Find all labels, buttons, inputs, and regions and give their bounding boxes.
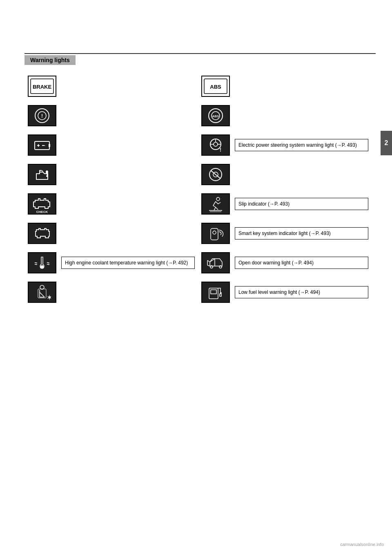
list-item bbox=[24, 160, 198, 189]
svg-text:✶: ✶ bbox=[47, 294, 51, 300]
engine2-icon-box bbox=[28, 223, 56, 244]
svg-rect-42 bbox=[211, 290, 216, 294]
eps-callout: Electric power steering system warning l… bbox=[235, 139, 368, 152]
check-engine-icon-box: CHECK bbox=[28, 193, 56, 215]
svg-point-23 bbox=[46, 170, 48, 174]
section-title: Warning lights bbox=[30, 57, 70, 63]
list-item: ! bbox=[24, 101, 198, 130]
open-door-icon bbox=[207, 255, 225, 271]
section-header: Warning lights bbox=[24, 55, 76, 65]
svg-text:BRAKE: BRAKE bbox=[33, 84, 52, 90]
warning-lights-grid: BRAKE ABS ! ABS bbox=[24, 72, 372, 307]
smart-key-icon bbox=[207, 225, 225, 242]
list-item: High engine coolant temperature warning … bbox=[24, 248, 198, 278]
engine2-icon bbox=[33, 225, 51, 242]
svg-text:−: − bbox=[43, 143, 46, 148]
eps-icon: ! bbox=[207, 137, 225, 153]
list-item: BRAKE bbox=[24, 72, 198, 101]
coolant-callout-text: High engine coolant temperature warning … bbox=[65, 260, 188, 266]
list-item: Smart key system indicator light (→P. 49… bbox=[198, 219, 372, 248]
page-number: 2 bbox=[385, 139, 388, 147]
abs-circle-icon: ABS bbox=[207, 107, 225, 124]
svg-point-25 bbox=[46, 175, 48, 177]
svg-rect-11 bbox=[49, 144, 50, 147]
svg-rect-39 bbox=[38, 289, 46, 298]
opendoor-icon-box bbox=[201, 252, 230, 273]
coolant-icon bbox=[33, 255, 51, 271]
eps-callout-text: Electric power steering system warning l… bbox=[238, 142, 357, 148]
fuel-callout: Low fuel level warning light (→P. 494) bbox=[235, 286, 368, 299]
abs-circle-icon-box: ABS bbox=[201, 105, 230, 126]
coolant-callout: High engine coolant temperature warning … bbox=[61, 257, 195, 269]
list-item: Slip indicator (→P. 493) bbox=[198, 189, 372, 219]
svg-point-18 bbox=[214, 142, 218, 146]
list-item bbox=[24, 219, 198, 248]
opendoor-callout-text: Open door warning light (→P. 494) bbox=[238, 260, 314, 266]
oil-icon-box bbox=[28, 164, 56, 185]
brake-fluid-icon: ! bbox=[33, 107, 51, 124]
fuel-icon-box bbox=[201, 282, 230, 303]
svg-point-34 bbox=[213, 231, 216, 234]
brake-icon-box: BRAKE bbox=[28, 76, 56, 97]
slip-icon-box bbox=[201, 193, 230, 215]
slip-callout: Slip indicator (→P. 493) bbox=[235, 198, 368, 210]
top-line bbox=[24, 53, 376, 54]
smartkey-callout: Smart key system indicator light (→P. 49… bbox=[235, 227, 368, 240]
list-item bbox=[198, 160, 372, 189]
seatbelt-icon-box: ✶ bbox=[28, 282, 56, 303]
svg-text:!: ! bbox=[41, 113, 43, 119]
svg-point-35 bbox=[40, 265, 44, 269]
oil-icon bbox=[33, 166, 51, 183]
list-item: ABS bbox=[198, 101, 372, 130]
list-item: Open door warning light (→P. 494) bbox=[198, 248, 372, 278]
check-engine-icon: CHECK bbox=[29, 194, 55, 214]
coolant-icon-box bbox=[28, 252, 56, 273]
list-item: ABS bbox=[198, 72, 372, 101]
svg-text:+: + bbox=[37, 143, 40, 148]
svg-text:!: ! bbox=[220, 147, 221, 153]
svg-point-30 bbox=[216, 197, 220, 201]
fuel-callout-text: Low fuel level warning light (→P. 494) bbox=[238, 289, 320, 295]
watermark: carmanualsonline.info bbox=[340, 542, 384, 547]
list-item: Low fuel level warning light (→P. 494) bbox=[198, 278, 372, 307]
list-item: ! Electric power steering system warning… bbox=[198, 130, 372, 160]
battery-icon-box: + − bbox=[28, 134, 56, 156]
smartkey-icon-box bbox=[201, 223, 230, 244]
svg-text:ABS: ABS bbox=[210, 84, 221, 90]
battery-icon: + − bbox=[33, 137, 51, 153]
list-item: ✶ bbox=[24, 278, 198, 307]
tpms-icon bbox=[207, 166, 225, 183]
svg-text:CHECK: CHECK bbox=[36, 210, 48, 214]
list-item: + − bbox=[24, 130, 198, 160]
list-item: CHECK bbox=[24, 189, 198, 219]
fuel-icon bbox=[207, 284, 225, 300]
svg-line-27 bbox=[211, 170, 220, 179]
page-number-tab: 2 bbox=[381, 131, 392, 155]
brake-icon: BRAKE bbox=[30, 78, 54, 94]
abs-icon: ABS bbox=[203, 78, 228, 94]
watermark-text: carmanualsonline.info bbox=[340, 542, 384, 547]
svg-text:ABS: ABS bbox=[212, 114, 220, 118]
slip-indicator-icon bbox=[207, 196, 225, 212]
brake-fluid-icon-box: ! bbox=[28, 105, 56, 126]
abs-icon-box: ABS bbox=[201, 76, 230, 97]
eps-icon-box: ! bbox=[201, 134, 230, 156]
seatbelt-icon: ✶ bbox=[33, 284, 51, 300]
tpms-icon-box bbox=[201, 164, 230, 185]
svg-point-43 bbox=[220, 292, 222, 294]
smartkey-callout-text: Smart key system indicator light (→P. 49… bbox=[238, 231, 331, 236]
slip-callout-text: Slip indicator (→P. 493) bbox=[238, 201, 290, 207]
opendoor-callout: Open door warning light (→P. 494) bbox=[235, 257, 368, 269]
